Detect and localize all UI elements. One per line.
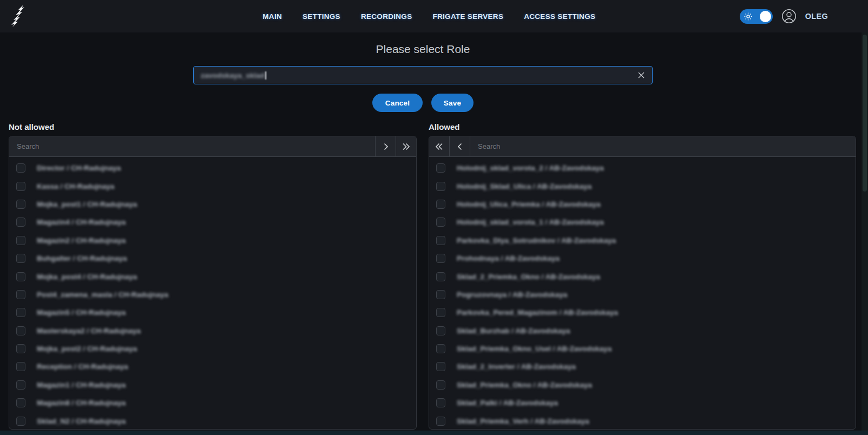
list-item[interactable]: Magazin1 / CH-Radujnaya [9,376,416,394]
list-item[interactable]: Magazin2 / CH-Radujnaya [9,232,416,249]
role-input-value: zavodskaya_sklad [201,71,265,80]
camera-checkbox[interactable] [16,290,25,299]
camera-label: Sklad_Priemka_Okno / AB-Zavodskaya [457,381,592,389]
camera-checkbox[interactable] [16,254,25,263]
camera-checkbox[interactable] [436,290,445,299]
role-input[interactable]: zavodskaya_sklad [193,66,653,84]
list-item[interactable]: Mojka_post1 / CH-Radujnaya [9,195,416,213]
list-item[interactable]: Sklad_Priemka_Okno_Usel / AB-Zavodskaya [429,340,856,358]
camera-checkbox[interactable] [16,217,25,227]
nav-item-main[interactable]: MAIN [262,12,282,21]
camera-checkbox[interactable] [436,272,445,281]
list-item[interactable]: Mojka_post2 / CH-Radujnaya [9,340,416,358]
nav-item-access-settings[interactable]: ACCESS SETTINGS [524,12,595,21]
theme-toggle[interactable] [740,9,773,24]
camera-checkbox[interactable] [16,163,25,173]
not-allowed-panel: Director / CH-Radujnaya Kassa / CH-Raduj… [9,136,417,430]
user-circle-icon[interactable] [781,8,797,24]
camera-label: Mojka_post4 / CH-Radujnaya [37,273,137,281]
list-item[interactable]: Post4_zamena_masla / CH-Radujnaya [9,286,416,304]
camera-checkbox[interactable] [16,344,25,353]
nav-menu: MAIN SETTINGS RECORDINGS FRIGATE SERVERS… [262,0,595,32]
nav-item-frigate-servers[interactable]: FRIGATE SERVERS [432,12,503,21]
camera-checkbox[interactable] [436,417,445,426]
double-chevron-right-icon[interactable] [396,136,416,156]
list-item[interactable]: Holodnij_Ulica_Priemka / AB-Zavodskaya [429,195,856,213]
not-allowed-list: Director / CH-Radujnaya Kassa / CH-Raduj… [9,157,416,430]
save-button[interactable]: Save [431,94,474,112]
list-item[interactable]: Parkovka_Pered_Magazinom / AB-Zavodskaya [429,304,856,321]
nav-item-settings[interactable]: SETTINGS [303,12,340,21]
allowed-header [429,136,856,157]
camera-checkbox[interactable] [16,398,25,407]
camera-checkbox[interactable] [16,380,25,390]
camera-checkbox[interactable] [16,326,25,335]
camera-label: Sklad_2_Inverter / AB-Zavodskaya [457,362,576,371]
list-item[interactable]: Sklad_Priemka_Verh / AB-Zavodskaya [429,412,856,430]
camera-checkbox[interactable] [436,362,445,371]
list-item[interactable]: Sklad_Burzhab / AB-Zavodskaya [429,322,856,340]
camera-checkbox[interactable] [436,398,445,407]
vertical-scrollbar[interactable] [862,32,868,431]
camera-checkbox[interactable] [16,272,25,281]
list-item[interactable]: Magazin8 / CH-Radujnaya [9,394,416,412]
camera-checkbox[interactable] [16,182,25,191]
camera-checkbox[interactable] [16,362,25,371]
list-item[interactable]: Prohodnaya / AB-Zavodskaya [429,249,856,267]
camera-label: Magazin4 / CH-Radujnaya [37,218,126,226]
camera-checkbox[interactable] [436,236,445,245]
camera-label: Reception / CH-Radujnaya [37,362,128,371]
camera-checkbox[interactable] [436,200,445,209]
camera-label: Sklad_2_Priemka_Okno / AB-Zavodskaya [457,273,600,281]
camera-label: Buhgalter / CH-Radujnaya [37,254,127,262]
nav-item-recordings[interactable]: RECORDINGS [361,12,412,21]
double-chevron-left-icon[interactable] [429,136,450,156]
camera-label: Sklad_N2 / CH-Radujnaya [37,417,126,425]
list-item[interactable]: Mojka_post4 / CH-Radujnaya [9,267,416,285]
chevron-left-icon[interactable] [450,136,470,156]
list-item[interactable]: Sklad_N2 / CH-Radujnaya [9,412,416,430]
camera-checkbox[interactable] [16,308,25,317]
vertical-scrollbar-thumb[interactable] [863,35,867,192]
list-item[interactable]: Sklad_Priemka_Okno / AB-Zavodskaya [429,376,856,394]
camera-checkbox[interactable] [436,308,445,317]
camera-checkbox[interactable] [436,254,445,263]
list-item[interactable]: Director / CH-Radujnaya [9,159,416,177]
allowed-title: Allowed [429,122,460,131]
search-input[interactable] [470,136,856,156]
camera-label: Sklad_Palki / AB-Zavodskaya [457,399,558,407]
cancel-button[interactable]: Cancel [372,94,423,112]
list-item[interactable]: Holodnij_sklad_vorota_2 / AB-Zavodskaya [429,159,856,177]
list-item[interactable]: Pogruzovnaya / AB-Zavodskaya [429,286,856,304]
search-input[interactable] [9,136,375,156]
list-item[interactable]: Parkovka_Dlya_Sotrudnikov / AB-Zavodskay… [429,232,856,249]
chevron-right-icon[interactable] [375,136,396,156]
list-item[interactable]: Reception / CH-Radujnaya [9,358,416,375]
camera-checkbox[interactable] [436,182,445,191]
list-item[interactable]: Masterskaya2 / CH-Radujnaya [9,322,416,340]
list-item[interactable]: Sklad_Palki / AB-Zavodskaya [429,394,856,412]
horizontal-scrollbar[interactable] [0,431,868,435]
camera-checkbox[interactable] [436,326,445,335]
list-item[interactable]: Magazin4 / CH-Radujnaya [9,213,416,231]
list-item[interactable]: Sklad_2_Inverter / AB-Zavodskaya [429,358,856,375]
list-item[interactable]: Buhgalter / CH-Radujnaya [9,249,416,267]
list-item[interactable]: Sklad_2_Priemka_Okno / AB-Zavodskaya [429,267,856,285]
top-nav-bar: MAIN SETTINGS RECORDINGS FRIGATE SERVERS… [0,0,868,32]
list-item[interactable]: Magazin5 / CH-Radujnaya [9,304,416,321]
camera-checkbox[interactable] [16,236,25,245]
camera-checkbox[interactable] [436,217,445,227]
close-icon[interactable] [637,71,645,79]
list-item[interactable]: Holodnij_sklad_vorota_1 / AB-Zavodskaya [429,213,856,231]
camera-checkbox[interactable] [436,344,445,353]
camera-checkbox[interactable] [436,163,445,173]
camera-checkbox[interactable] [16,200,25,209]
list-item[interactable]: Kassa / CH-Radujnaya [9,177,416,195]
frigate-birds-logo[interactable] [7,4,31,29]
list-item[interactable]: Holodnij_Sklad_Ulica / AB-Zavodskaya [429,177,856,195]
camera-checkbox[interactable] [16,417,25,426]
text-caret [265,71,266,80]
allowed-panel: Holodnij_sklad_vorota_2 / AB-Zavodskaya … [429,136,856,430]
camera-checkbox[interactable] [436,380,445,390]
user-name[interactable]: OLEG [805,12,828,21]
